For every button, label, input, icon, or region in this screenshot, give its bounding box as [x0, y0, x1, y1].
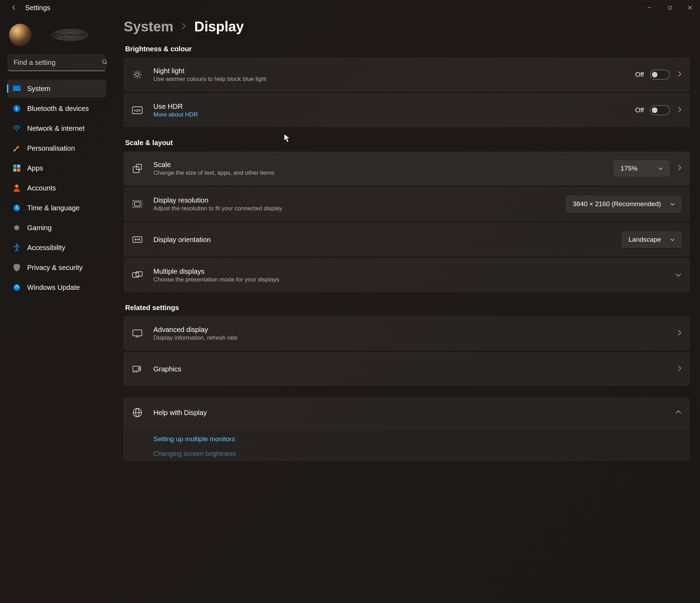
sidebar-item-label: Network & internet [27, 125, 85, 133]
breadcrumb: System Display [124, 19, 690, 35]
row-graphics[interactable]: Graphics [124, 352, 690, 386]
card-title: Scale [153, 161, 614, 169]
sidebar-item-network[interactable]: Network & internet [7, 119, 106, 137]
svg-line-11 [106, 63, 107, 64]
svg-rect-41 [135, 202, 140, 206]
row-advanced-display[interactable]: Advanced display Display information, re… [124, 317, 690, 350]
svg-point-25 [16, 244, 18, 246]
card-title: Night light [153, 67, 635, 75]
window-title: Settings [25, 4, 50, 12]
svg-rect-13 [13, 90, 21, 91]
help-link-brightness[interactable]: Changing screen brightness [153, 450, 682, 458]
card-title: Use HDR [153, 103, 635, 111]
sidebar-item-privacy[interactable]: Privacy & security [7, 258, 106, 277]
profile-area[interactable] [3, 19, 111, 54]
svg-point-24 [15, 226, 19, 230]
clock-globe-icon [13, 204, 21, 212]
card-title: Display orientation [153, 236, 622, 244]
chevron-right-icon [677, 330, 682, 337]
chevron-right-icon [677, 71, 682, 78]
svg-rect-20 [17, 168, 20, 172]
main-content: System Display Brightness & colour Night… [113, 15, 700, 603]
row-hdr[interactable]: HDR Use HDR More about HDR Off [124, 93, 690, 127]
person-icon [13, 184, 21, 192]
help-globe-icon [132, 408, 143, 417]
sidebar-item-personalisation[interactable]: Personalisation [7, 139, 106, 157]
hdr-more-link[interactable]: More about HDR [153, 111, 635, 118]
row-night-light[interactable]: Night light Use warmer colours to help b… [124, 58, 690, 91]
row-multiple-displays[interactable]: Multiple displays Choose the presentatio… [124, 258, 690, 292]
svg-line-33 [139, 77, 140, 78]
username-art [36, 27, 104, 43]
orientation-dropdown[interactable]: Landscape [622, 232, 682, 248]
svg-rect-45 [136, 272, 142, 276]
system-icon [13, 84, 21, 93]
sidebar-item-gaming[interactable]: Gaming [7, 219, 106, 237]
help-links-panel: Setting up multiple monitors Changing sc… [124, 428, 690, 461]
hdr-toggle[interactable] [650, 105, 670, 115]
sidebar-item-accessibility[interactable]: Accessibility [7, 239, 106, 257]
card-title: Graphics [153, 365, 670, 373]
search-input[interactable] [14, 59, 102, 67]
breadcrumb-parent[interactable]: System [124, 19, 173, 35]
sidebar-item-bluetooth[interactable]: Bluetooth & devices [7, 99, 106, 118]
section-scale: Scale & layout Scale Change the size of … [124, 139, 690, 292]
chevron-down-icon [675, 272, 682, 278]
row-resolution[interactable]: Display resolution Adjust the resolution… [124, 187, 690, 221]
display-icon [132, 330, 143, 337]
help-link-multiple-monitors[interactable]: Setting up multiple monitors [153, 435, 682, 443]
graphics-icon [132, 365, 143, 373]
svg-rect-40 [133, 201, 142, 208]
svg-point-5 [54, 30, 86, 39]
svg-point-27 [136, 73, 139, 76]
night-light-icon [132, 70, 143, 80]
gaming-icon [13, 224, 21, 232]
update-icon [13, 283, 21, 292]
row-help[interactable]: Help with Display [124, 398, 690, 428]
row-orientation[interactable]: Display orientation Landscape [124, 223, 690, 256]
svg-point-15 [16, 130, 17, 131]
window-controls [639, 3, 700, 12]
card-subtitle: Use warmer colours to help block blue li… [153, 76, 635, 83]
sidebar-item-windows-update[interactable]: Windows Update [7, 278, 106, 296]
minimize-button[interactable] [639, 3, 660, 12]
chevron-up-icon [675, 409, 682, 416]
wifi-icon [13, 124, 21, 133]
sidebar-item-apps[interactable]: Apps [7, 159, 106, 177]
svg-rect-1 [668, 6, 671, 9]
card-subtitle: Display information, refresh rate [153, 334, 670, 341]
card-subtitle: Choose the presentation mode for your di… [153, 276, 668, 283]
card-subtitle: Change the size of text, apps, and other… [153, 169, 614, 176]
svg-rect-48 [133, 366, 140, 371]
sidebar: System Bluetooth & devices Network & int… [0, 15, 113, 603]
accessibility-icon [13, 243, 21, 252]
sidebar-item-accounts[interactable]: Accounts [7, 179, 106, 197]
svg-point-10 [102, 60, 106, 63]
svg-point-9 [64, 34, 76, 36]
chevron-right-icon [677, 106, 682, 114]
sidebar-item-system[interactable]: System [7, 80, 106, 98]
section-help: Help with Display Setting up multiple mo… [124, 398, 690, 461]
chevron-right-icon [677, 365, 682, 373]
search-icon [102, 59, 108, 67]
multiple-displays-icon [132, 271, 143, 279]
resolution-dropdown[interactable]: 3840 × 2160 (Recommended) [566, 196, 682, 212]
close-button[interactable] [680, 3, 700, 12]
svg-point-16 [14, 150, 16, 152]
dropdown-value: Landscape [629, 236, 661, 243]
svg-text:HDR: HDR [134, 109, 141, 112]
sidebar-item-time-language[interactable]: Time & language [7, 199, 106, 217]
chevron-right-icon [677, 165, 682, 172]
sidebar-item-label: Personalisation [27, 144, 75, 152]
back-button[interactable] [7, 1, 21, 15]
search-box[interactable] [8, 54, 106, 71]
toggle-state-label: Off [635, 106, 644, 114]
scale-dropdown[interactable]: 175% [614, 160, 670, 176]
card-title: Help with Display [153, 409, 668, 417]
row-scale[interactable]: Scale Change the size of text, apps, and… [124, 152, 690, 185]
orientation-icon [132, 236, 143, 243]
svg-point-4 [52, 29, 88, 40]
card-title: Multiple displays [153, 267, 668, 276]
maximize-button[interactable] [660, 3, 680, 12]
night-light-toggle[interactable] [650, 70, 670, 80]
